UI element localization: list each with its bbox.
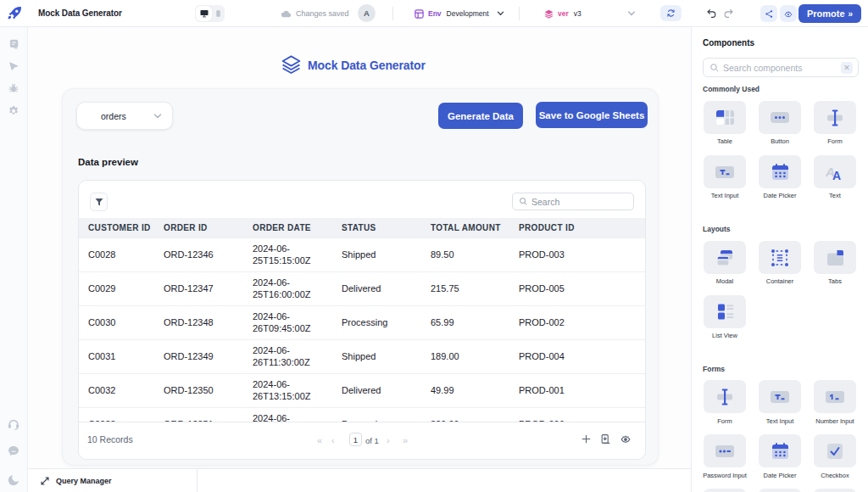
svg-text:A: A: [832, 169, 841, 181]
